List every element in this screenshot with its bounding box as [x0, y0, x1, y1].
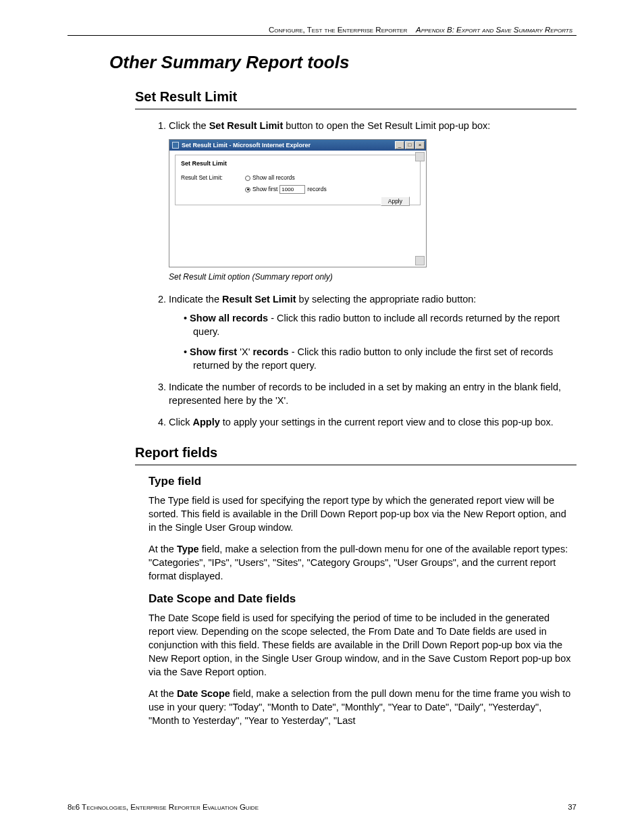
scroll-down-icon[interactable]: [415, 256, 425, 265]
header-left: Configure, Test the Enterprise Reporter: [269, 26, 407, 34]
radio-icon[interactable]: [245, 187, 250, 192]
section-report-fields: Report fields: [135, 445, 576, 461]
close-icon[interactable]: ×: [415, 141, 425, 149]
figure-caption: Set Result Limit option (Summary report …: [169, 271, 571, 283]
bullet-show-first: Show first 'X' records - Click this radi…: [184, 345, 571, 372]
records-count-input[interactable]: 1000: [279, 185, 305, 194]
step-1: Click the Set Result Limit button to ope…: [169, 119, 576, 283]
section-rule-2: [135, 465, 576, 465]
type-field-options: At the Type field, make a selection from…: [149, 542, 571, 583]
scroll-up-icon[interactable]: [415, 152, 425, 161]
figure-ie-window: Set Result Limit - Microsoft Internet Ex…: [169, 139, 427, 267]
step-3: Indicate the number of records to be inc…: [169, 380, 576, 407]
running-header: Configure, Test the Enterprise Reporter …: [68, 26, 576, 34]
section-rule: [135, 109, 576, 109]
maximize-icon[interactable]: □: [405, 141, 414, 149]
step-4: Click Apply to apply your settings in th…: [169, 415, 576, 429]
apply-button[interactable]: Apply: [381, 197, 410, 206]
bullet-show-all: Show all records - Click this radio butt…: [184, 311, 571, 338]
date-scope-desc: The Date Scope field is used for specify…: [149, 611, 571, 679]
result-set-limit-label: Result Set Limit:: [181, 174, 245, 182]
footer-left: 8e6 Technologies, Enterprise Reporter Ev…: [68, 803, 259, 811]
subhead-date-scope: Date Scope and Date fields: [149, 592, 576, 606]
ie-app-icon: [172, 142, 179, 149]
ie-titlebar: Set Result Limit - Microsoft Internet Ex…: [169, 140, 426, 151]
type-field-desc: The Type field is used for specifying th…: [149, 494, 571, 534]
subhead-type-field: Type field: [149, 475, 576, 488]
header-rule: [68, 35, 576, 36]
ie-title: Set Result Limit - Microsoft Internet Ex…: [182, 141, 395, 149]
page-title: Other Summary Report tools: [109, 52, 576, 73]
page-footer: 8e6 Technologies, Enterprise Reporter Ev…: [68, 803, 576, 811]
section-set-result-limit: Set Result Limit: [135, 89, 576, 105]
header-right: Appendix B: Export and Save Summary Repo…: [416, 26, 572, 34]
panel-title: Set Result Limit: [181, 159, 414, 167]
step-2: Indicate the Result Set Limit by selecti…: [169, 292, 576, 372]
radio-icon[interactable]: [245, 176, 250, 181]
option-show-first[interactable]: Show first 1000 records: [245, 185, 327, 194]
minimize-icon[interactable]: _: [395, 141, 404, 149]
page-number: 37: [568, 803, 576, 811]
date-scope-options: At the Date Scope field, make a selectio…: [149, 687, 571, 727]
option-show-all[interactable]: Show all records: [245, 174, 327, 182]
steps-list: Click the Set Result Limit button to ope…: [169, 119, 576, 429]
